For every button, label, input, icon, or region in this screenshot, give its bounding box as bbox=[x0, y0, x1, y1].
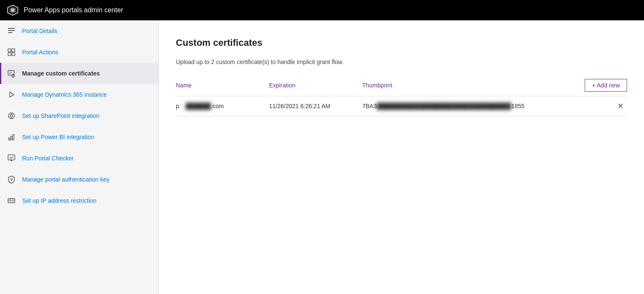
thumbprint-blurred: ████████████████████████████████ bbox=[377, 103, 511, 109]
page-title: Custom certificates bbox=[176, 37, 627, 48]
thumbprint-prefix: 7BA3 bbox=[362, 103, 377, 109]
sidebar-label-portal-details: Portal Details bbox=[22, 27, 57, 35]
sharepoint-icon bbox=[7, 111, 16, 120]
app-title: Power Apps portals admin center bbox=[24, 6, 123, 14]
sidebar-label-ip-restriction: Set up IP address restriction bbox=[22, 197, 97, 204]
cert-name-visible: p bbox=[176, 103, 179, 109]
sidebar-item-power-bi[interactable]: Set up Power BI integration bbox=[0, 126, 158, 148]
cert-name-cell: p... ██████.com bbox=[176, 103, 269, 109]
cert-name-suffix: .com bbox=[211, 103, 224, 109]
sidebar-label-auth-key: Manage portal authentication key bbox=[22, 176, 109, 183]
sidebar-item-portal-checker[interactable]: Run Portal Checker bbox=[0, 148, 158, 169]
col-header-expiration: Expiration bbox=[269, 82, 362, 89]
sidebar-item-auth-key[interactable]: Manage portal authentication key bbox=[0, 169, 158, 190]
sidebar-item-portal-actions[interactable]: Portal Actions bbox=[0, 42, 158, 63]
power-apps-logo-icon bbox=[7, 4, 19, 16]
sidebar-label-power-bi: Set up Power BI integration bbox=[22, 133, 94, 141]
sidebar-label-manage-custom-certs: Manage custom certificates bbox=[22, 70, 100, 77]
top-header: Power Apps portals admin center bbox=[0, 0, 644, 20]
play-icon bbox=[7, 90, 16, 99]
content-area: Custom certificates Upload up to 2 custo… bbox=[159, 20, 644, 294]
svg-rect-10 bbox=[8, 49, 11, 52]
sidebar-label-portal-actions: Portal Actions bbox=[22, 48, 58, 56]
col-header-name: Name bbox=[176, 82, 269, 89]
svg-rect-8 bbox=[8, 30, 15, 31]
checker-icon bbox=[7, 154, 16, 163]
svg-point-31 bbox=[11, 178, 12, 180]
svg-marker-20 bbox=[10, 92, 14, 97]
delete-cert-button[interactable]: ✕ bbox=[614, 101, 627, 111]
svg-rect-25 bbox=[8, 138, 10, 140]
sidebar-item-dynamics-365[interactable]: Manage Dynamics 365 Instance bbox=[0, 84, 158, 105]
cert-name-blurred: ... ██████ bbox=[179, 103, 211, 109]
sidebar-item-sharepoint[interactable]: Set up SharePoint integration bbox=[0, 105, 158, 126]
sidebar-item-portal-details[interactable]: Portal Details bbox=[0, 20, 158, 42]
certificates-table: Name Expiration Thumbprint + Add new p..… bbox=[176, 79, 627, 116]
cert-expiration-cell: 11/26/2021 6:26:21 AM bbox=[269, 103, 362, 109]
list-icon bbox=[7, 26, 16, 36]
sidebar-item-manage-custom-certs[interactable]: Manage custom certificates bbox=[0, 63, 158, 84]
main-layout: Portal Details Portal Actions bbox=[0, 20, 644, 294]
svg-rect-13 bbox=[12, 53, 15, 56]
cert-thumbprint-cell: 7BA3████████████████████████████████1855 bbox=[362, 103, 614, 109]
shield-icon bbox=[7, 175, 16, 184]
chart-icon bbox=[7, 132, 16, 142]
svg-point-15 bbox=[12, 74, 14, 77]
sidebar-item-ip-restriction[interactable]: Set up IP address restriction bbox=[0, 190, 158, 211]
svg-rect-33 bbox=[8, 199, 15, 203]
table-row: p... ██████.com 11/26/2021 6:26:21 AM 7B… bbox=[176, 96, 627, 116]
content-description: Upload up to 2 custom certificate(s) to … bbox=[176, 59, 627, 65]
sidebar-label-sharepoint: Set up SharePoint integration bbox=[22, 112, 100, 120]
svg-rect-7 bbox=[8, 28, 15, 29]
grid-icon bbox=[7, 48, 16, 57]
add-new-button[interactable]: + Add new bbox=[585, 79, 627, 92]
svg-rect-28 bbox=[8, 155, 15, 160]
sidebar-label-dynamics-365: Manage Dynamics 365 Instance bbox=[22, 91, 107, 98]
certificate-icon bbox=[7, 69, 16, 78]
table-header-row: Name Expiration Thumbprint + Add new bbox=[176, 79, 627, 96]
svg-point-22 bbox=[10, 115, 13, 117]
col-header-thumbprint: Thumbprint bbox=[362, 82, 585, 89]
sidebar-label-portal-checker: Run Portal Checker bbox=[22, 154, 74, 162]
thumbprint-suffix: 1855 bbox=[511, 103, 525, 109]
svg-rect-26 bbox=[11, 136, 12, 140]
svg-rect-11 bbox=[12, 49, 15, 52]
svg-rect-9 bbox=[8, 32, 12, 33]
sidebar: Portal Details Portal Actions bbox=[0, 20, 159, 294]
svg-rect-12 bbox=[8, 53, 11, 56]
svg-rect-27 bbox=[13, 134, 14, 140]
ip-icon bbox=[7, 196, 16, 205]
